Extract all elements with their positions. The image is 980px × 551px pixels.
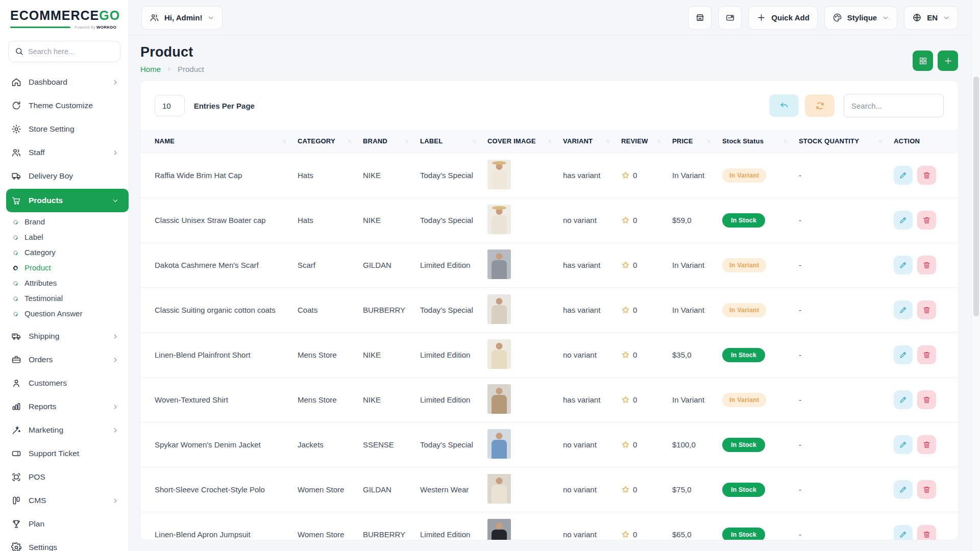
- column-header-variant[interactable]: VARIANT↑↓: [557, 130, 615, 153]
- delete-product-button[interactable]: [917, 390, 936, 409]
- table-row: Classic Suiting organic cotton coatsCoat…: [140, 288, 958, 333]
- quick-add-button[interactable]: Quick Add: [748, 6, 817, 30]
- sidebar-search-input[interactable]: [8, 41, 120, 62]
- user-menu-button[interactable]: Hi, Admin!: [141, 6, 223, 30]
- edit-product-button[interactable]: [894, 166, 913, 185]
- edit-product-button[interactable]: [894, 435, 913, 454]
- sort-icon[interactable]: ↑↓: [878, 138, 881, 144]
- app-logo[interactable]: ECOMMERCEGO Powered By WORKDO: [0, 0, 129, 34]
- sidebar-item-customers[interactable]: Customers: [0, 371, 129, 395]
- vertical-scrollbar[interactable]: [971, 0, 980, 551]
- cell-stock-quantity: -: [793, 467, 888, 512]
- delete-product-button[interactable]: [917, 166, 936, 185]
- theme-select-button[interactable]: Stylique: [824, 6, 897, 30]
- table-row: Linen-Blend Plainfront ShortMens StoreNI…: [140, 333, 958, 378]
- storefront-icon: [695, 13, 705, 22]
- sidebar-subitem-brand[interactable]: Brand: [0, 214, 129, 230]
- reset-filters-button[interactable]: [769, 94, 799, 117]
- storefront-button[interactable]: [688, 6, 712, 30]
- sort-icon[interactable]: ↑↓: [657, 138, 660, 144]
- sort-icon[interactable]: ↑↓: [472, 138, 475, 144]
- delete-product-button[interactable]: [917, 480, 936, 499]
- sidebar-subitem-testimonial[interactable]: Testimonial: [0, 291, 129, 306]
- cell-review: 0: [615, 153, 666, 198]
- column-header-stock-status[interactable]: Stock Status↑↓: [716, 130, 793, 153]
- sidebar-item-shipping[interactable]: Shipping: [0, 324, 129, 348]
- sort-icon[interactable]: ↑↓: [348, 138, 351, 144]
- edit-product-button[interactable]: [894, 390, 913, 409]
- sidebar-subitem-attributes[interactable]: Attributes: [0, 276, 129, 291]
- delete-product-button[interactable]: [917, 256, 936, 274]
- language-label: EN: [927, 13, 938, 22]
- sidebar-item-orders[interactable]: Orders: [0, 348, 129, 371]
- refresh-button[interactable]: [805, 94, 835, 117]
- sort-icon[interactable]: ↑↓: [548, 138, 551, 144]
- edit-product-button[interactable]: [894, 345, 913, 364]
- column-header-price[interactable]: PRICE↑↓: [666, 130, 716, 153]
- language-select-button[interactable]: EN: [904, 6, 958, 30]
- edit-product-button[interactable]: [894, 211, 913, 230]
- edit-product-button[interactable]: [894, 300, 913, 319]
- sidebar-item-theme-customize[interactable]: Theme Customize: [0, 94, 129, 117]
- column-header-brand[interactable]: BRAND↑↓: [357, 130, 414, 153]
- sidebar-item-reports[interactable]: Reports: [0, 395, 129, 418]
- column-header-label[interactable]: LABEL↑↓: [414, 130, 481, 153]
- delete-product-button[interactable]: [917, 525, 936, 540]
- sidebar-item-marketing[interactable]: Marketing: [0, 418, 129, 442]
- chevron-right-icon: [110, 333, 120, 340]
- sidebar-item-plan[interactable]: Plan: [0, 512, 129, 536]
- delete-product-button[interactable]: [917, 300, 936, 319]
- sidebar-item-settings[interactable]: Settings: [0, 536, 129, 551]
- delete-product-button[interactable]: [917, 211, 936, 230]
- cell-stock-quantity: -: [793, 243, 888, 288]
- star-icon: [621, 306, 630, 314]
- scrollbar-thumb[interactable]: [973, 77, 979, 316]
- column-header-label: STOCK QUANTITY: [799, 137, 859, 145]
- sidebar-subitem-question-answer[interactable]: Question Answer: [0, 306, 129, 321]
- column-header-category[interactable]: CATEGORY↑↓: [291, 130, 357, 153]
- bullet-icon: [12, 219, 19, 226]
- breadcrumb-home-link[interactable]: Home: [140, 65, 161, 73]
- sort-icon[interactable]: ↑↓: [606, 138, 609, 144]
- breadcrumb-current: Product: [178, 65, 204, 73]
- mail-button[interactable]: [718, 6, 742, 30]
- column-header-cover-image[interactable]: COVER IMAGE↑↓: [481, 130, 557, 153]
- table-search-input[interactable]: [844, 94, 944, 117]
- sidebar-subitem-product[interactable]: Product: [0, 260, 129, 276]
- sort-icon[interactable]: ↑↓: [405, 138, 408, 144]
- sidebar-subitem-label: Testimonial: [24, 294, 63, 303]
- delete-product-button[interactable]: [917, 435, 936, 454]
- entries-per-page-select[interactable]: 10: [155, 95, 185, 116]
- sidebar-item-cms[interactable]: CMS: [0, 489, 129, 512]
- column-header-stock-quantity[interactable]: STOCK QUANTITY↑↓: [793, 130, 888, 153]
- delete-product-button[interactable]: [917, 345, 936, 364]
- cell-cover-image: [481, 288, 557, 333]
- grid-view-button[interactable]: [913, 51, 933, 71]
- table-row: Short-Sleeve Crochet-Style PoloWomen Sto…: [140, 467, 958, 512]
- powered-by-text: Powered By WORKDO: [75, 25, 116, 30]
- sidebar-item-staff[interactable]: Staff: [0, 141, 129, 164]
- sidebar-subitem-category[interactable]: Category: [0, 245, 129, 260]
- sidebar-item-dashboard[interactable]: Dashboard: [0, 70, 129, 94]
- sidebar-item-pos[interactable]: POS: [0, 465, 129, 489]
- stock-status-badge: In Stock: [722, 348, 765, 362]
- sort-icon[interactable]: ↑↓: [783, 138, 787, 144]
- star-icon: [621, 171, 630, 180]
- sidebar-item-products[interactable]: Products: [6, 189, 129, 212]
- column-header-review[interactable]: REVIEW↑↓: [615, 130, 666, 153]
- add-product-button[interactable]: [938, 51, 958, 71]
- sidebar-item-delivery-boy[interactable]: Delivery Boy: [0, 164, 129, 188]
- sort-icon[interactable]: ↑↓: [707, 138, 710, 144]
- sidebar-item-support-ticket[interactable]: Support Ticket: [0, 442, 129, 465]
- cell-name: Classic Unisex Straw Boater cap: [140, 198, 291, 243]
- edit-product-button[interactable]: [894, 525, 913, 540]
- sidebar-item-store-setting[interactable]: Store Setting: [0, 117, 129, 141]
- chevron-down-icon: [882, 14, 889, 21]
- column-header-name[interactable]: NAME↑↓: [140, 130, 291, 153]
- sidebar-subitem-label[interactable]: Label: [0, 230, 129, 245]
- edit-product-button[interactable]: [894, 256, 913, 274]
- cell-label: Limited Edition: [414, 333, 481, 378]
- sort-icon[interactable]: ↑↓: [282, 138, 285, 144]
- edit-product-button[interactable]: [894, 480, 913, 499]
- cell-cover-image: [481, 243, 557, 288]
